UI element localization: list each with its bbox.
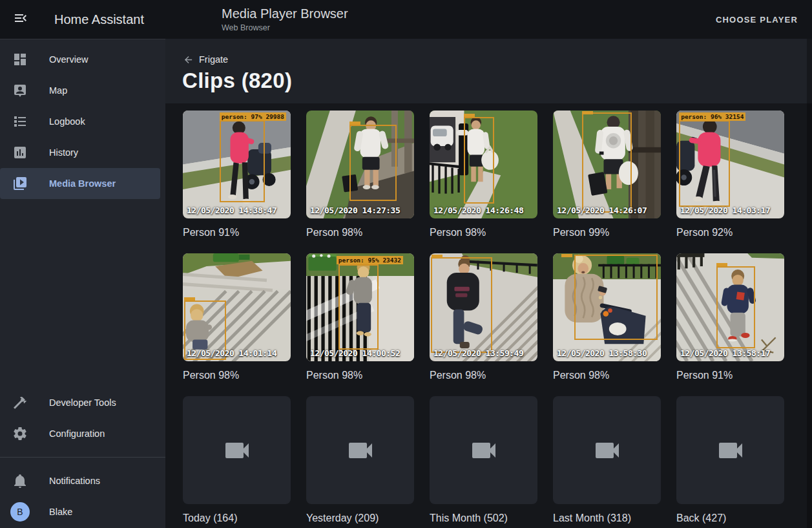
sidebar-item-notifications[interactable]: Notifications [0, 465, 160, 496]
sidebar-item-label: History [49, 147, 78, 158]
sidebar-item-label: Logbook [49, 116, 85, 127]
sidebar-item-user[interactable]: B Blake [0, 496, 160, 527]
clip-thumbnail: person: 95% 23432 12/05/2020 14:00:52 [306, 253, 414, 361]
clip-thumbnail: person: 96% 32154 12/05/2020 14:03:17 [676, 111, 784, 218]
video-icon [468, 435, 499, 466]
clip-caption: Person 98% [553, 370, 661, 381]
folder-card-back[interactable]: Back (427) [676, 396, 784, 523]
detection-label [716, 263, 727, 266]
clip-timestamp: 12/05/2020 14:00:52 [310, 348, 400, 358]
clip-card[interactable]: person: 97% 29988 12/05/2020 14:38:47 Pe… [183, 111, 291, 238]
detection-label: person: 97% 29988 [220, 112, 286, 121]
clip-card[interactable]: 12/05/2020 13:58:30 Person 98% [553, 253, 661, 381]
detection-label [432, 255, 442, 258]
folder-label: Back (427) [676, 512, 784, 523]
clip-caption: Person 99% [553, 227, 661, 238]
detection-label [582, 111, 593, 114]
format-list-bulleted-icon [12, 114, 28, 129]
clip-card[interactable]: 12/05/2020 13:59:49 Person 98% [430, 253, 537, 381]
clip-thumbnail: 12/05/2020 13:58:30 [553, 253, 661, 361]
clip-timestamp: 12/05/2020 14:01:14 [187, 348, 276, 358]
bell-icon [12, 473, 28, 489]
detection-bbox [220, 120, 265, 202]
clip-card[interactable]: 12/05/2020 13:58:17 Person 91% [676, 253, 784, 381]
detection-label: person: 96% 32154 [679, 112, 745, 121]
clip-thumbnail: person: 97% 29988 12/05/2020 14:38:47 [183, 111, 291, 218]
clip-timestamp: 12/05/2020 14:03:17 [680, 206, 770, 215]
menu-open-button[interactable] [5, 4, 36, 35]
scrollbar[interactable] [807, 39, 812, 528]
detection-bbox [338, 264, 379, 350]
page-header-group: Media Player Browser Web Browser [222, 6, 348, 32]
clip-card[interactable]: 12/05/2020 14:26:48 Person 98% [430, 111, 537, 238]
detection-bbox [582, 112, 632, 213]
clip-card[interactable]: person: 96% 32154 12/05/2020 14:03:17 Pe… [676, 111, 784, 238]
folder-tile [676, 396, 784, 504]
account-box-icon [12, 83, 28, 98]
sidebar-item-media-browser[interactable]: Media Browser [0, 168, 160, 199]
arrow-left-icon [183, 54, 194, 65]
detection-bbox [574, 255, 658, 340]
breadcrumb-back[interactable]: Frigate [183, 49, 228, 70]
page-header-title: Media Player Browser [222, 6, 348, 21]
clip-thumbnail: 12/05/2020 14:26:07 [553, 111, 661, 218]
sidebar-divider [0, 457, 165, 458]
detection-bbox [716, 266, 755, 348]
clip-thumbnail: 12/05/2020 14:27:35 [306, 111, 414, 218]
clip-card[interactable]: 12/05/2020 14:27:35 Person 98% [306, 111, 414, 238]
sidebar-item-label: Media Browser [49, 178, 116, 189]
folder-label: Today (164) [183, 512, 291, 523]
clip-card[interactable]: 12/05/2020 14:01:14 Person 98% [183, 253, 291, 381]
sidebar-item-label: Map [49, 85, 67, 96]
clip-caption: Person 98% [306, 227, 414, 238]
avatar: B [10, 502, 30, 522]
sidebar-item-configuration[interactable]: Configuration [0, 418, 160, 449]
folder-tile [306, 396, 414, 504]
detection-label [349, 121, 360, 125]
clip-timestamp: 12/05/2020 13:59:49 [433, 348, 523, 358]
clip-card[interactable]: 12/05/2020 14:26:07 Person 99% [553, 111, 661, 238]
page-header-subtitle: Web Browser [222, 23, 348, 32]
clip-caption: Person 98% [430, 370, 537, 381]
video-icon [222, 435, 253, 466]
clip-timestamp: 12/05/2020 14:38:47 [187, 206, 276, 215]
view-dashboard-icon [12, 52, 28, 67]
clip-timestamp: 12/05/2020 14:26:07 [557, 206, 647, 215]
video-icon [715, 435, 746, 466]
sidebar-item-history[interactable]: History [0, 137, 160, 168]
media-browser-header: Frigate Clips (820) [165, 39, 812, 103]
folder-card-this-month[interactable]: This Month (502) [430, 396, 537, 523]
sidebar: Overview Map Logbook History Media Brows… [0, 39, 165, 528]
sidebar-item-map[interactable]: Map [0, 75, 160, 106]
clip-caption: Person 98% [183, 370, 291, 381]
folder-card-last-month[interactable]: Last Month (318) [553, 396, 661, 523]
sidebar-item-developer-tools[interactable]: Developer Tools [0, 387, 160, 418]
clip-caption: Person 98% [430, 227, 537, 238]
clip-caption: Person 91% [676, 370, 784, 381]
folder-card-yesterday[interactable]: Yesterday (209) [306, 396, 414, 523]
detection-label [561, 254, 572, 257]
folder-label: This Month (502) [430, 512, 537, 523]
app-title: Home Assistant [54, 0, 144, 39]
chart-box-icon [12, 145, 28, 160]
detection-bbox [431, 257, 492, 354]
sidebar-item-label: Overview [49, 54, 88, 65]
media-grid-container: person: 97% 29988 12/05/2020 14:38:47 Pe… [165, 103, 812, 528]
folder-card-today[interactable]: Today (164) [183, 396, 291, 523]
clip-caption: Person 91% [183, 227, 291, 238]
folder-tile [553, 396, 661, 504]
detection-label [184, 297, 195, 301]
clip-card[interactable]: person: 95% 23432 12/05/2020 14:00:52 Pe… [306, 253, 414, 381]
page-title: Clips (820) [182, 69, 292, 93]
detection-bbox [464, 117, 494, 204]
sidebar-item-overview[interactable]: Overview [0, 44, 160, 75]
play-box-multiple-icon [12, 176, 28, 191]
choose-player-button[interactable]: CHOOSE PLAYER [711, 0, 803, 39]
detection-bbox [349, 125, 397, 202]
media-grid: person: 97% 29988 12/05/2020 14:38:47 Pe… [165, 103, 812, 528]
app-bar: Home Assistant Media Player Browser Web … [0, 0, 812, 39]
sidebar-item-logbook[interactable]: Logbook [0, 106, 160, 137]
hammer-icon [12, 395, 28, 410]
user-name: Blake [49, 507, 72, 517]
clip-thumbnail: 12/05/2020 14:26:48 [430, 111, 537, 218]
